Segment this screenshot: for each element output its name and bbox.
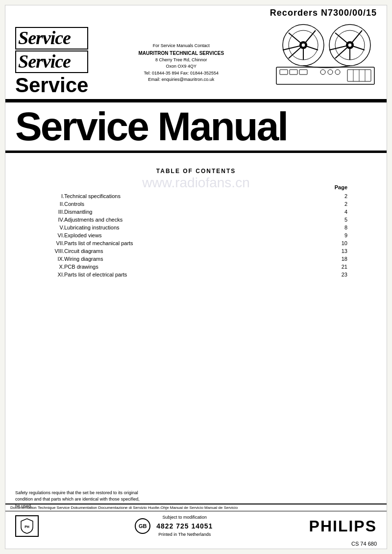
toc-item-num: VIII. <box>45 247 64 255</box>
svg-rect-22 <box>290 70 297 75</box>
toc-item-label: Exploded views <box>64 231 328 239</box>
service-manual-text: Service Manual <box>15 106 287 147</box>
svg-rect-21 <box>280 70 288 75</box>
toc-row: XI. Parts list of electrical parts 23 <box>45 271 347 278</box>
toc-item-label: Dismantling <box>64 208 328 216</box>
toc-item-num: I. <box>45 192 64 200</box>
address-line2: Oxon OX9 4QY <box>138 63 224 70</box>
toc-item-num: XI. <box>45 271 64 278</box>
footer-center-info: Subject to modification 4822 725 14051 P… <box>156 514 213 538</box>
toc-row: VIII. Circuit diagrams 13 <box>45 247 347 255</box>
toc-item-label: Parts list of electrical parts <box>64 271 328 278</box>
service-line-1: Service <box>15 27 88 50</box>
toc-row: IX. Wiring diagrams 18 <box>45 255 347 263</box>
address-line1: 8 Cherry Tree Rd, Chinnor <box>138 57 224 64</box>
reel-image <box>274 23 377 87</box>
toc-item-num: X. <box>45 263 64 271</box>
toc-row: III. Dismantling 4 <box>45 208 347 216</box>
toc-item-page: 9 <box>328 231 347 239</box>
toc-item-page: 4 <box>328 208 347 216</box>
toc-item-label: Lubricating instructions <box>64 224 328 231</box>
service-manual-banner: Service Manual <box>5 101 387 152</box>
toc-row: VI. Exploded views 9 <box>45 231 347 239</box>
toc-item-label: Technical specifications <box>64 192 328 200</box>
toc-item-num: II. <box>45 200 64 208</box>
toc-row: VII. Parts list of mechanical parts 10 <box>45 239 347 247</box>
address-line3: Tel: 01844-35 894 Fax: 01844-352554 <box>138 70 224 77</box>
toc-item-label: Circuit diagrams <box>64 247 328 255</box>
svg-line-3 <box>289 33 303 45</box>
service-line-2: Service <box>15 50 88 73</box>
footer-doc-line: Documentation Technique Service Dokument… <box>5 504 387 511</box>
toc-item-label: Parts list of mechanical parts <box>64 239 328 247</box>
toc-item-page: 5 <box>328 216 347 224</box>
toc-item-page: 18 <box>328 255 347 263</box>
svg-point-24 <box>320 70 325 75</box>
toc-item-page: 2 <box>328 200 347 208</box>
svg-point-25 <box>328 70 333 75</box>
toc-row: I. Technical specifications 2 <box>45 192 347 200</box>
address-block: For Service Manuals Contact MAURITRON TE… <box>138 23 224 83</box>
toc-row: II. Controls 2 <box>45 200 347 208</box>
toc-item-page: 13 <box>328 247 347 255</box>
toc-title: TABLE OF CONTENTS <box>45 168 347 175</box>
toc-item-label: Wiring diagrams <box>64 255 328 263</box>
address-line4: Email: enquiries@mauritron.co.uk <box>138 76 224 83</box>
toc-item-label: PCB drawings <box>64 263 328 271</box>
svg-point-19 <box>348 43 352 47</box>
svg-point-26 <box>335 70 340 75</box>
svg-line-14 <box>350 30 362 45</box>
toc-section: www.radiofans.cn TABLE OF CONTENTS Page … <box>5 153 387 288</box>
cs-number: CS 74 680 <box>5 541 387 549</box>
service-logo: Service Service Service <box>15 23 88 97</box>
svg-text:PH: PH <box>24 525 29 529</box>
svg-line-4 <box>303 30 316 45</box>
service-line-3: Service <box>15 74 88 97</box>
toc-item-label: Controls <box>64 200 328 208</box>
philips-logo-box: PH <box>15 515 39 537</box>
recorder-title: Recorders N7300/00/15 <box>270 8 377 18</box>
printed-in: Printed in The Netherlands <box>156 531 213 538</box>
toc-item-num: IV. <box>45 216 64 224</box>
toc-item-page: 8 <box>328 224 347 231</box>
toc-row: X. PCB drawings 21 <box>45 263 347 271</box>
toc-item-num: IX. <box>45 255 64 263</box>
toc-item-page: 23 <box>328 271 347 278</box>
svg-point-9 <box>301 43 305 47</box>
toc-item-label: Adjustments and checks <box>64 216 328 224</box>
toc-row: IV. Adjustments and checks 5 <box>45 216 347 224</box>
company-name: MAURITRON TECHNICAL SERVICES <box>138 50 224 57</box>
toc-item-num: III. <box>45 208 64 216</box>
toc-item-page: 10 <box>328 239 347 247</box>
gb-circle: GB <box>135 518 150 534</box>
toc-item-num: VII. <box>45 239 64 247</box>
footer-section: Documentation Technique Service Dokument… <box>5 504 387 549</box>
toc-row: V. Lubricating instructions 8 <box>45 224 347 231</box>
subject-to-modification: Subject to modification <box>156 514 213 521</box>
toc-item-num: VI. <box>45 231 64 239</box>
part-number: 4822 725 14051 <box>156 521 213 531</box>
toc-page-header: Page <box>45 184 347 190</box>
toc-item-page: 21 <box>328 263 347 271</box>
toc-item-num: V. <box>45 224 64 231</box>
philips-brand: PHILIPS <box>309 517 377 535</box>
svg-line-13 <box>335 33 350 45</box>
toc-table: I. Technical specifications 2 II. Contro… <box>45 192 347 278</box>
toc-item-page: 2 <box>328 192 347 200</box>
contact-label: For Service Manuals Contact <box>138 43 224 50</box>
svg-rect-23 <box>299 70 307 75</box>
